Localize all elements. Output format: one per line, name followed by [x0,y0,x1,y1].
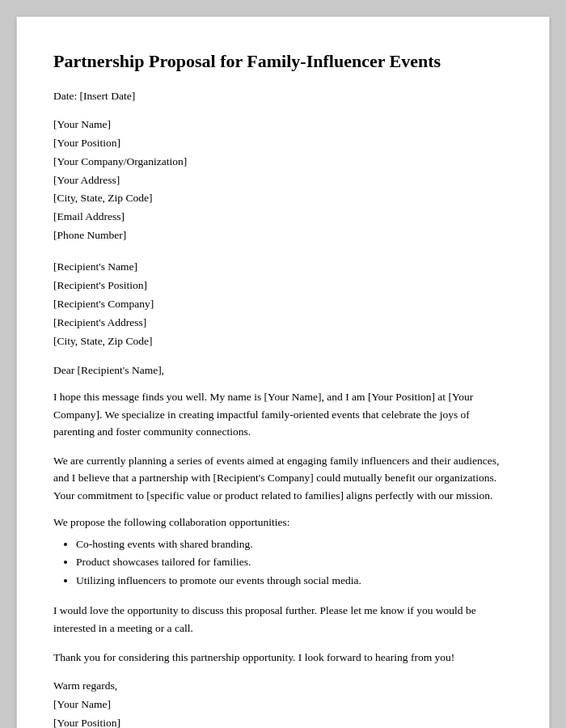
recipient-block: [Recipient's Name] [Recipient's Position… [53,258,513,351]
collaboration-list: Co-hosting events with shared branding. … [76,535,513,591]
sender-address: [Your Address] [53,171,513,190]
list-item: Product showcases tailored for families. [76,553,513,572]
list-intro: We propose the following collaboration o… [53,516,513,529]
recipient-address: [Recipient's Address] [53,314,513,332]
sender-phone: [Phone Number] [53,226,513,245]
sender-block: [Your Name] [Your Position] [Your Compan… [53,116,513,246]
recipient-name: [Recipient's Name] [53,258,513,277]
sender-name: [Your Name] [53,116,513,134]
body-paragraph-3: Thank you for considering this partnersh… [53,649,513,667]
recipient-position: [Recipient's Position] [53,277,513,295]
closing-regards: Warm regards, [53,677,513,696]
closing-name: [Your Name] [53,696,513,714]
document-page: Partnership Proposal for Family-Influenc… [16,16,550,728]
closing-block: Warm regards, [Your Name] [Your Position… [53,677,513,728]
recipient-company: [Recipient's Company] [53,295,513,314]
salutation: Dear [Recipient's Name], [53,364,513,377]
recipient-city-state-zip: [City, State, Zip Code] [53,332,513,351]
sender-position: [Your Position] [53,134,513,153]
closing-position: [Your Position] [53,714,513,728]
sender-city-state-zip: [City, State, Zip Code] [53,189,513,208]
sender-company: [Your Company/Organization] [53,153,513,171]
sender-email: [Email Address] [53,208,513,226]
document-title: Partnership Proposal for Family-Influenc… [53,49,513,74]
list-item: Utilizing influencers to promote our eve… [76,572,513,590]
date-line: Date: [Insert Date] [53,90,513,103]
body-paragraph-2: I would love the opportunity to discuss … [53,602,513,637]
list-item: Co-hosting events with shared branding. [76,535,513,554]
body-paragraph-1: We are currently planning a series of ev… [53,452,513,505]
intro-paragraph: I hope this message finds you well. My n… [53,388,513,441]
